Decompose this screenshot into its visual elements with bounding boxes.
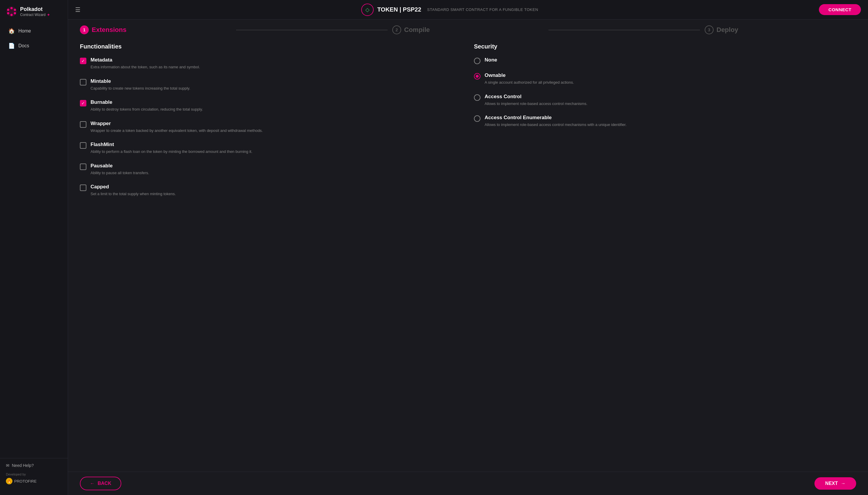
app-subtitle: Contract Wizard ✦ xyxy=(20,13,50,17)
developed-by-label: Developed by xyxy=(6,473,62,476)
step-2-badge: 2 xyxy=(392,25,401,34)
list-item[interactable]: Access Control Enumerable Allows to impl… xyxy=(474,115,856,128)
sidebar-item-home-label: Home xyxy=(18,28,31,34)
bottom-bar: ← BACK NEXT → xyxy=(68,472,868,495)
back-button[interactable]: ← BACK xyxy=(80,477,121,490)
back-arrow-icon: ← xyxy=(90,481,95,486)
step-line-1 xyxy=(236,30,387,30)
pausable-checkbox[interactable] xyxy=(80,164,86,170)
security-title: Security xyxy=(474,43,856,50)
metadata-desc: Extra information about the token, such … xyxy=(90,64,200,70)
back-label: BACK xyxy=(98,481,111,486)
need-help-button[interactable]: ✉ Need Help? xyxy=(6,463,62,468)
svg-point-5 xyxy=(7,12,10,15)
list-item: Capped Set a limit to the total supply w… xyxy=(80,184,462,197)
access-control-enumerable-radio[interactable] xyxy=(474,115,481,122)
svg-point-3 xyxy=(7,9,10,11)
list-item: Pausable Ability to pause all token tran… xyxy=(80,163,462,176)
checkmark-icon: ✓ xyxy=(81,101,85,106)
burnable-desc: Ability to destroy tokens from circulati… xyxy=(90,106,203,113)
next-button[interactable]: NEXT → xyxy=(815,477,856,490)
step-3-badge: 3 xyxy=(705,25,714,34)
svg-point-1 xyxy=(10,7,13,10)
list-item: ✓ Metadata Extra information about the t… xyxy=(80,57,462,70)
app-name: Polkadot xyxy=(20,6,50,13)
functionalities-section: Functionalities ✓ Metadata Extra informa… xyxy=(80,43,462,205)
step-1-label: Extensions xyxy=(92,26,126,34)
checkmark-icon: ✓ xyxy=(81,58,85,63)
next-label: NEXT xyxy=(825,481,838,486)
access-control-enumerable-desc: Allows to implement role-based access co… xyxy=(485,122,627,128)
sidebar-item-home[interactable]: 🏠 Home xyxy=(3,24,64,38)
ownable-desc: A single account authorized for all priv… xyxy=(485,80,574,85)
step-deploy: 3 Deploy xyxy=(705,25,856,34)
flashmint-name: FlashMint xyxy=(90,142,252,148)
sidebar: Polkadot Contract Wizard ✦ 🏠 Home 📄 Docs… xyxy=(0,0,68,495)
svg-point-6 xyxy=(14,12,16,15)
protofire-branding: 🔥 PROTOFIRE xyxy=(6,478,62,484)
mintable-name: Mintable xyxy=(90,78,190,84)
list-item[interactable]: None xyxy=(474,57,856,64)
topbar-center: ◇ TOKEN | PSP22 STANDARD SMART CONTRACT … xyxy=(361,3,538,16)
access-control-enumerable-name: Access Control Enumerable xyxy=(485,115,627,121)
step-2-label: Compile xyxy=(404,26,430,34)
ownable-radio[interactable] xyxy=(474,73,481,80)
access-control-radio[interactable] xyxy=(474,94,481,101)
sidebar-item-docs[interactable]: 📄 Docs xyxy=(3,39,64,53)
protofire-label: PROTOFIRE xyxy=(14,479,37,483)
list-item: FlashMint Ability to perform a flash loa… xyxy=(80,142,462,155)
polkadot-logo-icon xyxy=(6,6,17,17)
sidebar-item-docs-label: Docs xyxy=(18,43,29,49)
next-arrow-icon: → xyxy=(841,481,846,486)
security-section: Security None Ownable A single account a… xyxy=(474,43,856,205)
mintable-checkbox[interactable] xyxy=(80,79,86,85)
list-item: Wrapper Wrapper to create a token backed… xyxy=(80,121,462,134)
token-name: TOKEN | PSP22 xyxy=(377,6,421,13)
token-description: STANDARD SMART CONTRACT FOR A FUNGIBLE T… xyxy=(427,7,538,12)
protofire-icon: 🔥 xyxy=(6,478,13,484)
capped-checkbox[interactable] xyxy=(80,185,86,191)
step-1-badge: 1 xyxy=(80,25,89,34)
metadata-checkbox[interactable]: ✓ xyxy=(80,58,86,64)
radio-selected-dot xyxy=(476,75,479,78)
list-item[interactable]: Ownable A single account authorized for … xyxy=(474,72,856,85)
capped-desc: Set a limit to the total supply when min… xyxy=(90,191,176,197)
home-icon: 🏠 xyxy=(8,28,15,34)
access-control-desc: Allows to implement role-based access co… xyxy=(485,101,587,107)
flashmint-checkbox[interactable] xyxy=(80,142,86,149)
connect-button[interactable]: CONNECT xyxy=(819,4,861,15)
pausable-name: Pausable xyxy=(90,163,149,169)
need-help-label: Need Help? xyxy=(12,463,34,468)
sidebar-nav: 🏠 Home 📄 Docs xyxy=(0,24,68,458)
none-radio[interactable] xyxy=(474,58,481,64)
list-item: ✓ Burnable Ability to destroy tokens fro… xyxy=(80,99,462,113)
flashmint-desc: Ability to perform a flash loan on the t… xyxy=(90,149,252,155)
sidebar-footer: ✉ Need Help? Developed by 🔥 PROTOFIRE xyxy=(0,458,68,489)
sparkle-icon: ✦ xyxy=(47,13,50,17)
svg-point-4 xyxy=(14,9,16,11)
access-control-name: Access Control xyxy=(485,94,587,100)
menu-icon[interactable]: ☰ xyxy=(75,6,81,13)
metadata-name: Metadata xyxy=(90,57,200,63)
ownable-name: Ownable xyxy=(485,72,574,78)
wrapper-name: Wrapper xyxy=(90,121,263,126)
token-icon-wrap: ◇ xyxy=(361,3,374,16)
steps-bar: 1 Extensions 2 Compile 3 Deploy xyxy=(68,19,868,34)
step-line-2 xyxy=(549,30,700,30)
logo-text: Polkadot Contract Wizard ✦ xyxy=(20,6,50,17)
burnable-name: Burnable xyxy=(90,99,203,105)
step-compile: 2 Compile xyxy=(392,25,544,34)
pausable-desc: Ability to pause all token transfers. xyxy=(90,170,149,176)
main-content: ☰ ◇ TOKEN | PSP22 STANDARD SMART CONTRAC… xyxy=(68,0,868,495)
capped-name: Capped xyxy=(90,184,176,190)
step-extensions: 1 Extensions xyxy=(80,25,231,34)
mintable-desc: Capability to create new tokens increasi… xyxy=(90,85,190,91)
functionalities-title: Functionalities xyxy=(80,43,462,50)
list-item[interactable]: Access Control Allows to implement role-… xyxy=(474,94,856,107)
list-item: Mintable Capability to create new tokens… xyxy=(80,78,462,91)
svg-point-2 xyxy=(10,14,13,16)
wrapper-checkbox[interactable] xyxy=(80,121,86,128)
docs-icon: 📄 xyxy=(8,42,15,49)
token-code-icon: ◇ xyxy=(365,6,369,13)
burnable-checkbox[interactable]: ✓ xyxy=(80,100,86,106)
